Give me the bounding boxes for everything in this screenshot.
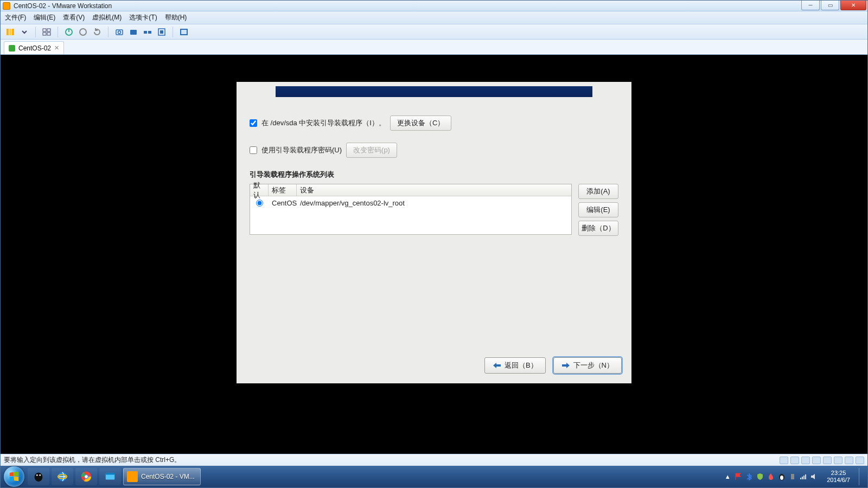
toolbar-dropdown-icon[interactable] <box>19 27 30 37</box>
taskbar-pin-ie[interactable] <box>52 468 73 485</box>
os-delete-button[interactable]: 删除（D） <box>578 221 618 236</box>
next-button[interactable]: 下一步（N） <box>553 357 622 374</box>
menu-file[interactable]: 文件(F) <box>5 13 26 22</box>
change-password-button: 改变密码(p) <box>346 143 397 158</box>
arrow-right-icon <box>561 362 570 369</box>
vm-tab-bar: CentOS-02 ✕ <box>1 40 867 55</box>
window-maximize-button[interactable]: ▭ <box>821 1 839 10</box>
os-row-default-radio[interactable] <box>250 200 269 207</box>
tray-show-hidden-icon[interactable]: ▲ <box>724 473 731 480</box>
device-sound-icon[interactable] <box>823 457 832 464</box>
toolbar-power-on-icon[interactable] <box>63 27 74 37</box>
svg-rect-5 <box>43 33 46 35</box>
os-col-device[interactable]: 设备 <box>297 184 571 196</box>
tray-shield-icon[interactable] <box>756 473 764 480</box>
window-close-button[interactable]: ✕ <box>840 1 866 10</box>
toolbar-snapshot-manager-icon[interactable] <box>142 27 153 37</box>
start-button[interactable] <box>4 466 24 487</box>
vmware-status-bar: 要将输入定向到该虚拟机，请在虚拟机内部单击或按 Ctrl+G。 <box>1 454 867 466</box>
os-table-row[interactable]: CentOS /dev/mapper/vg_centos02-lv_root <box>250 196 571 209</box>
tray-volume-icon[interactable] <box>810 473 818 480</box>
svg-rect-14 <box>148 31 151 34</box>
taskbar-pin-chrome[interactable] <box>75 468 97 485</box>
menu-bar: 文件(F) 编辑(E) 查看(V) 虚拟机(M) 选项卡(T) 帮助(H) <box>1 11 867 24</box>
svg-rect-36 <box>805 474 806 479</box>
tray-clock[interactable]: 23:25 2014/6/7 <box>822 470 854 484</box>
svg-point-31 <box>780 476 783 480</box>
install-bootloader-label: 在 /dev/sda 中安装引导装载程序（I）。 <box>261 118 386 128</box>
menu-help[interactable]: 帮助(H) <box>165 13 187 22</box>
window-title: CentOS-02 - VMware Workstation <box>14 2 112 10</box>
os-list-title: 引导装载程序操作系统列表 <box>250 170 618 179</box>
os-default-radio[interactable] <box>256 200 263 207</box>
change-device-button[interactable]: 更换设备（C） <box>390 115 451 131</box>
toolbar-snapshot-icon[interactable] <box>114 27 125 37</box>
menu-vm[interactable]: 虚拟机(M) <box>92 13 122 22</box>
tray-date: 2014/6/7 <box>827 477 850 484</box>
svg-rect-33 <box>800 478 801 479</box>
vm-tab-close-icon[interactable]: ✕ <box>54 44 59 52</box>
os-col-default[interactable]: 默认 <box>250 184 269 196</box>
os-edit-button[interactable]: 编辑(E) <box>578 202 618 217</box>
install-bootloader-checkbox[interactable] <box>250 119 257 127</box>
os-row-device: /dev/mapper/vg_centos02-lv_root <box>297 199 571 207</box>
menu-tabs[interactable]: 选项卡(T) <box>129 13 157 22</box>
toolbar-reset-icon[interactable] <box>92 27 103 37</box>
tray-fire-icon[interactable] <box>767 473 775 480</box>
taskbar-pin-qq[interactable] <box>28 468 49 485</box>
guest-display-area[interactable]: 在 /dev/sda 中安装引导装载程序（I）。 更换设备（C） 使用引导装载程… <box>1 55 867 454</box>
device-display-icon[interactable] <box>845 457 853 464</box>
svg-point-9 <box>80 29 86 35</box>
installer-header-banner <box>276 86 592 97</box>
svg-rect-13 <box>144 31 147 34</box>
vmware-window: CentOS-02 - VMware Workstation ─ ▭ ✕ 文件(… <box>0 0 868 488</box>
vmware-device-icons <box>780 457 864 464</box>
show-desktop-button[interactable] <box>859 468 864 485</box>
system-tray: ▲ 23:25 2014/6/7 <box>724 468 864 485</box>
toolbar-unity-icon[interactable] <box>156 27 167 37</box>
os-col-label[interactable]: 标签 <box>269 184 297 196</box>
back-button-label: 返回（B） <box>505 361 538 370</box>
svg-point-22 <box>39 474 41 476</box>
os-table-header: 默认 标签 设备 <box>250 184 571 196</box>
svg-rect-2 <box>12 29 14 35</box>
device-printer-icon[interactable] <box>834 457 843 464</box>
toolbar-fullscreen-icon[interactable] <box>178 27 189 37</box>
vm-tab-active[interactable]: CentOS-02 ✕ <box>4 41 64 54</box>
toolbar-suspend-icon[interactable] <box>78 27 88 37</box>
svg-rect-3 <box>43 29 46 31</box>
device-harddisk-icon[interactable] <box>780 457 788 464</box>
taskbar-app-vmware-label: CentOS-02 - VM... <box>141 473 195 480</box>
svg-rect-32 <box>791 474 794 479</box>
tray-usb-icon[interactable] <box>789 473 796 480</box>
bootloader-password-row: 使用引导装载程序密码(U) 改变密码(p) <box>250 143 618 158</box>
menu-view[interactable]: 查看(V) <box>63 13 85 22</box>
toolbar-thumbnails-icon[interactable] <box>41 27 52 37</box>
os-row-label: CentOS <box>269 199 297 207</box>
vm-tab-label: CentOS-02 <box>18 44 51 52</box>
device-message-icon[interactable] <box>856 457 864 464</box>
taskbar-app-vmware[interactable]: CentOS-02 - VM... <box>123 468 201 485</box>
window-titlebar: CentOS-02 - VMware Workstation ─ ▭ ✕ <box>1 1 867 11</box>
svg-rect-12 <box>130 30 137 35</box>
os-add-button[interactable]: 添加(A) <box>578 184 618 199</box>
tray-network-icon[interactable] <box>800 473 807 480</box>
back-button[interactable]: 返回（B） <box>484 357 546 374</box>
device-network-icon[interactable] <box>801 457 810 464</box>
tray-penguin-icon[interactable] <box>778 473 786 480</box>
menu-edit[interactable]: 编辑(E) <box>34 13 55 22</box>
toolbar-snapshot-revert-icon[interactable] <box>128 27 139 37</box>
svg-rect-0 <box>7 29 9 35</box>
window-minimize-button[interactable]: ─ <box>801 1 820 10</box>
toolbar-library-icon[interactable] <box>5 27 16 37</box>
tray-flag-icon[interactable] <box>735 473 742 480</box>
tray-bluetooth-icon[interactable] <box>745 473 753 480</box>
taskbar-pin-explorer[interactable] <box>99 468 121 485</box>
device-cdrom-icon[interactable] <box>790 457 799 464</box>
svg-point-11 <box>118 31 121 34</box>
bootloader-password-checkbox[interactable] <box>250 146 257 154</box>
svg-rect-1 <box>9 29 11 35</box>
device-usb-icon[interactable] <box>812 457 821 464</box>
os-list-table[interactable]: 默认 标签 设备 CentOS /dev/mapper/vg_centos02-… <box>250 184 572 235</box>
windows-taskbar: CentOS-02 - VM... ▲ 23:25 2014/6/7 <box>1 466 867 487</box>
